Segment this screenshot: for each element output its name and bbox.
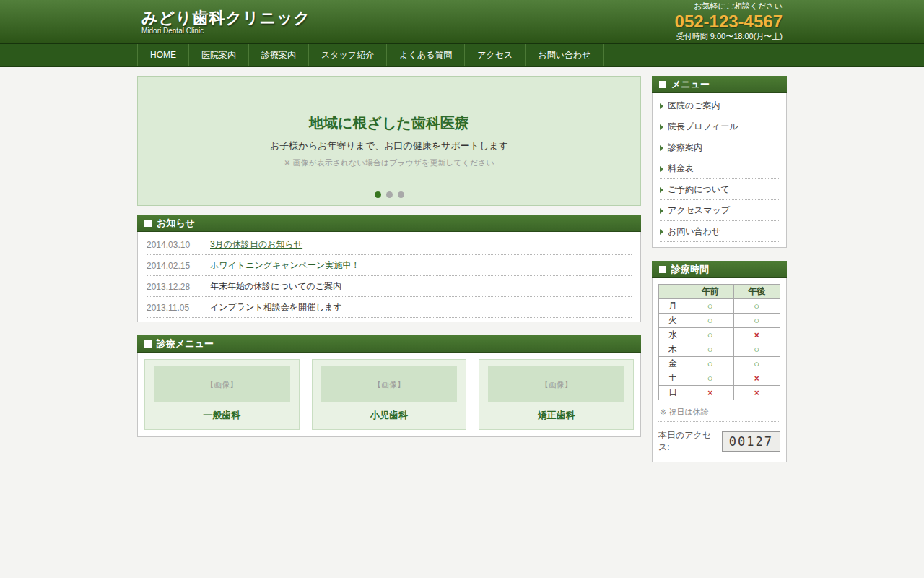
- access-counter: 本日のアクセス: 00127: [658, 429, 780, 454]
- hours-pm-mark: ○: [733, 299, 780, 314]
- sidebar-menu-item-label: ご予約について: [668, 184, 729, 196]
- slider-dot[interactable]: [398, 191, 404, 198]
- hours-pm-mark: ○: [733, 342, 780, 357]
- arrow-right-icon: [660, 124, 663, 130]
- hours-day: 木: [659, 342, 687, 357]
- sidebar-menu-item[interactable]: 医院のご案内: [660, 95, 779, 116]
- hours-pm-mark: ×: [733, 386, 780, 400]
- contact-note: お気軽にご相談ください: [675, 1, 783, 12]
- news-section: お知らせ 2014.03.10 3月の休診日のお知らせ 2014.02.15 ホ…: [137, 215, 641, 322]
- hours-am-mark: ○: [687, 342, 734, 357]
- header-contact: お気軽にご相談ください 052-123-4567 受付時間 9:00〜18:00…: [675, 1, 783, 41]
- hours-panel: 午前 午後 月 ○ ○ 火: [652, 278, 787, 462]
- news-date: 2013.12.28: [147, 282, 210, 292]
- sidebar-menu-heading: メニュー: [671, 78, 710, 91]
- service-image-placeholder: 【画像】: [488, 366, 624, 402]
- sidebar-menu-item[interactable]: 料金表: [660, 158, 779, 179]
- main-nav: HOME 医院案内 診療案内 スタッフ紹介 よくある質問 アクセス お問い合わせ: [0, 43, 924, 67]
- news-title[interactable]: 3月の休診日のお知らせ: [210, 238, 302, 251]
- hours-table: 午前 午後 月 ○ ○ 火: [658, 284, 780, 400]
- service-card[interactable]: 【画像】 小児歯科: [312, 359, 467, 430]
- hours-am-mark: ○: [687, 299, 734, 314]
- service-label: 一般歯科: [154, 409, 290, 422]
- hours-am-mark: ○: [687, 371, 734, 386]
- nav-item[interactable]: お問い合わせ: [526, 44, 603, 66]
- main-column: 地域に根ざした歯科医療 お子様からお年寄りまで、お口の健康をサポートします ※ …: [137, 76, 641, 437]
- arrow-right-icon: [660, 103, 663, 109]
- news-title: インプラント相談会を開催します: [210, 301, 342, 314]
- arrow-right-icon: [660, 166, 663, 172]
- hours-day: 土: [659, 371, 687, 386]
- service-label: 小児歯科: [321, 409, 458, 422]
- sidebar-menu-item[interactable]: 診療案内: [660, 137, 779, 158]
- nav-item[interactable]: HOME: [137, 44, 189, 66]
- access-counter-label: 本日のアクセス:: [658, 429, 718, 454]
- hours-am-mark: ○: [687, 328, 734, 342]
- news-date: 2014.02.15: [147, 261, 210, 271]
- services-list: 【画像】 一般歯科 【画像】 小児歯科 【画像】 矯正歯科: [137, 353, 641, 437]
- nav-item[interactable]: スタッフ紹介: [309, 44, 387, 66]
- hours-row: 火 ○ ○: [659, 314, 780, 328]
- services-heading-bar: 診療メニュー: [137, 335, 641, 353]
- service-image-placeholder: 【画像】: [321, 366, 458, 402]
- news-item: 2014.03.10 3月の休診日のお知らせ: [147, 234, 632, 255]
- news-title: 年末年始の休診についてのご案内: [210, 280, 341, 293]
- news-list: 2014.03.10 3月の休診日のお知らせ 2014.02.15 ホワイトニン…: [137, 232, 641, 322]
- hours-am-mark: ×: [687, 386, 734, 400]
- hours-heading: 診療時間: [671, 263, 709, 276]
- news-heading: お知らせ: [157, 217, 195, 230]
- site-logo[interactable]: みどり歯科クリニック Midori Dental Clinic: [141, 9, 310, 35]
- hours-pm-mark: ○: [733, 357, 780, 371]
- service-image-placeholder: 【画像】: [154, 366, 290, 402]
- square-bullet-icon: [144, 220, 152, 227]
- sidebar-menu-item-label: アクセスマップ: [668, 204, 730, 217]
- main-nav-inner: HOME 医院案内 診療案内 スタッフ紹介 よくある質問 アクセス お問い合わせ: [137, 44, 787, 66]
- service-card[interactable]: 【画像】 矯正歯科: [479, 359, 634, 430]
- hours-col-am: 午前: [687, 285, 734, 299]
- hours-day: 日: [659, 386, 687, 400]
- sidebar-menu-section: メニュー 医院のご案内 院長プロフィール 診療案内: [652, 76, 787, 248]
- slider-dot[interactable]: [375, 191, 381, 198]
- content-area: 地域に根ざした歯科医療 お子様からお年寄りまで、お口の健康をサポートします ※ …: [137, 76, 787, 484]
- arrow-right-icon: [660, 187, 663, 193]
- sidebar-menu-list: 医院のご案内 院長プロフィール 診療案内 料金表: [652, 93, 787, 248]
- news-date: 2014.03.10: [147, 240, 210, 250]
- news-date: 2013.11.05: [147, 303, 210, 313]
- site-title: みどり歯科クリニック: [141, 9, 310, 27]
- nav-item[interactable]: よくある質問: [387, 44, 465, 66]
- sidebar-menu-item-label: 医院のご案内: [668, 100, 720, 112]
- nav-item[interactable]: アクセス: [465, 44, 526, 66]
- sidebar-menu-item[interactable]: お問い合わせ: [660, 221, 779, 242]
- sidebar-menu-item[interactable]: 院長プロフィール: [660, 116, 779, 137]
- hours-day: 月: [659, 299, 687, 314]
- news-item: 2013.12.28 年末年始の休診についてのご案内: [147, 276, 632, 297]
- hero-fallback-note: ※ 画像が表示されない場合はブラウザを更新してください: [284, 158, 494, 168]
- hero-subtitle: お子様からお年寄りまで、お口の健康をサポートします: [270, 139, 508, 152]
- access-counter-value: 00127: [722, 431, 780, 452]
- hours-row: 金 ○ ○: [659, 357, 780, 371]
- hero-slider: 地域に根ざした歯科医療 お子様からお年寄りまで、お口の健康をサポートします ※ …: [137, 76, 641, 206]
- nav-item[interactable]: 医院案内: [189, 44, 249, 66]
- news-item: 2013.11.05 インプラント相談会を開催します: [147, 297, 632, 318]
- sidebar-menu-item[interactable]: ご予約について: [660, 179, 779, 200]
- square-bullet-icon: [659, 81, 666, 88]
- services-section: 診療メニュー 【画像】 一般歯科 【画像】 小児歯科 【画像】: [137, 335, 641, 437]
- sidebar: メニュー 医院のご案内 院長プロフィール 診療案内: [652, 76, 787, 462]
- service-card[interactable]: 【画像】 一般歯科: [144, 359, 300, 430]
- phone-number: 052-123-4567: [675, 12, 783, 32]
- hours-pm-mark: ○: [733, 314, 780, 328]
- arrow-right-icon: [660, 229, 663, 235]
- slider-dot[interactable]: [386, 191, 393, 198]
- sidebar-menu-item-label: お問い合わせ: [668, 225, 720, 238]
- nav-item[interactable]: 診療案内: [249, 44, 309, 66]
- arrow-right-icon: [660, 208, 663, 214]
- sidebar-menu-item[interactable]: アクセスマップ: [660, 200, 779, 221]
- sidebar-menu-item-label: 診療案内: [668, 142, 702, 154]
- hours-row: 月 ○ ○: [659, 299, 780, 314]
- hours-row: 土 ○ ×: [659, 371, 780, 386]
- news-title[interactable]: ホワイトニングキャンペーン実施中！: [210, 259, 359, 272]
- service-label: 矯正歯科: [488, 409, 624, 422]
- hours-am-mark: ○: [687, 357, 734, 371]
- sidebar-menu-item-label: 院長プロフィール: [668, 121, 738, 133]
- holiday-note: ※ 祝日は休診: [658, 407, 780, 422]
